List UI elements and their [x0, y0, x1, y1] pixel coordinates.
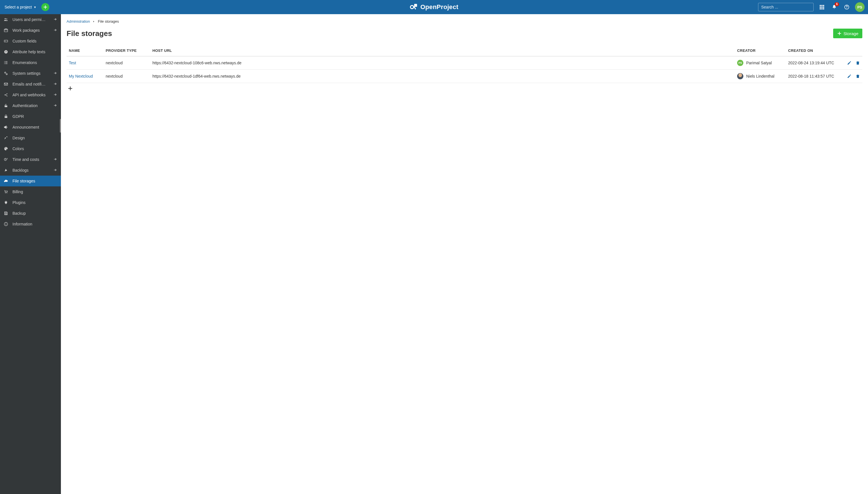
- caret-down-icon: ▼: [34, 6, 37, 9]
- edit-icon[interactable]: [847, 74, 852, 78]
- search-input[interactable]: [761, 5, 811, 10]
- breadcrumb-root-link[interactable]: Administration: [67, 19, 90, 23]
- arrow-right-icon: [54, 168, 57, 172]
- sidebar-item-label: Users and permi…: [13, 17, 50, 22]
- sidebar-item-label: Emails and notifi…: [13, 82, 50, 87]
- sidebar-item-save[interactable]: Backup: [0, 208, 61, 219]
- info-icon: [3, 222, 8, 226]
- breadcrumb-current: File storages: [98, 19, 119, 23]
- sidebar-item-users[interactable]: Users and permi…: [0, 14, 61, 25]
- grid-icon: [819, 4, 825, 10]
- sidebar-item-info[interactable]: Information: [0, 219, 61, 229]
- plus-icon: [43, 5, 48, 10]
- sidebar-item-plug[interactable]: Plugins: [0, 197, 61, 208]
- sidebar-item-mail[interactable]: Emails and notifi…: [0, 79, 61, 90]
- avatar-initials: PS: [857, 5, 862, 10]
- col-header-actions: [843, 45, 862, 56]
- design-icon: [3, 136, 8, 140]
- notifications-button[interactable]: 6: [830, 3, 838, 11]
- sidebar-item-lock[interactable]: GDPR: [0, 111, 61, 122]
- plus-icon: [837, 31, 842, 36]
- sidebar-item-cloud[interactable]: File storages: [0, 176, 61, 186]
- enum-icon: [3, 60, 8, 65]
- lockopen-icon: [3, 103, 8, 108]
- breadcrumb-separator-icon: [93, 19, 95, 23]
- sidebar-item-label: Enumerations: [13, 60, 50, 65]
- sidebar-item-api[interactable]: API and webhooks: [0, 90, 61, 100]
- col-header-provider[interactable]: PROVIDER TYPE: [103, 45, 150, 56]
- sidebar-item-label: Custom fields: [13, 39, 50, 43]
- cell-creator: PSParimal Satyal: [737, 60, 784, 66]
- cell-created: 2022-08-24 13:19:44 UTC: [786, 56, 843, 70]
- plus-icon: [68, 86, 73, 91]
- table-row: My Nextcloudnextcloudhttps://6432-nextcl…: [67, 70, 862, 83]
- sidebar-item-backlogs[interactable]: Backlogs: [0, 165, 61, 176]
- sidebar-item-announce[interactable]: Announcement: [0, 122, 61, 133]
- sidebar-item-label: Design: [13, 136, 50, 140]
- sidebar-item-label: Announcement: [13, 125, 50, 130]
- arrow-right-icon: [54, 157, 57, 162]
- sidebar-item-lockopen[interactable]: Authentication: [0, 100, 61, 111]
- add-storage-inline[interactable]: [67, 83, 862, 95]
- admin-sidebar: Users and permi…Work packagesCustom fiel…: [0, 14, 61, 494]
- sidebar-item-label: Authentication: [13, 103, 50, 108]
- arrow-right-icon: [54, 103, 57, 108]
- sidebar-item-custom[interactable]: Custom fields: [0, 36, 61, 46]
- project-selector[interactable]: Select a project ▼: [3, 5, 37, 10]
- sidebar-item-gears[interactable]: System settings: [0, 68, 61, 79]
- backlogs-icon: [3, 168, 8, 172]
- users-icon: [3, 17, 8, 22]
- user-menu-avatar[interactable]: PS: [855, 2, 865, 12]
- col-header-creator[interactable]: CREATOR: [735, 45, 786, 56]
- arrow-right-icon: [54, 82, 57, 87]
- sidebar-item-label: API and webhooks: [13, 93, 50, 97]
- sidebar-item-enum[interactable]: Enumerations: [0, 57, 61, 68]
- storage-name-link[interactable]: Test: [69, 61, 76, 65]
- sidebar-item-help[interactable]: Attribute help texts: [0, 46, 61, 57]
- cell-creator: Niels Lindenthal: [737, 73, 784, 79]
- storage-name-link[interactable]: My Nextcloud: [69, 74, 93, 78]
- breadcrumb: Administration File storages: [67, 19, 862, 23]
- sidebar-item-label: Colors: [13, 147, 50, 151]
- help-button[interactable]: [843, 3, 851, 11]
- app-logo[interactable]: OpenProject: [410, 3, 458, 11]
- main-content: Administration File storages File storag…: [61, 14, 868, 494]
- modules-menu-button[interactable]: [817, 3, 826, 11]
- cell-created: 2022-08-18 11:43:57 UTC: [786, 70, 843, 83]
- global-search[interactable]: [758, 3, 814, 11]
- openproject-logo-icon: [410, 3, 418, 11]
- help-circle-icon: [844, 4, 850, 10]
- app-logo-text: OpenProject: [420, 3, 458, 11]
- sidebar-item-label: Information: [13, 222, 50, 226]
- sidebar-item-label: Work packages: [13, 28, 50, 33]
- table-row: Testnextcloudhttps://6432-nextcloud-108c…: [67, 56, 862, 70]
- quick-add-button[interactable]: [41, 3, 49, 11]
- add-storage-button-label: Storage: [843, 31, 858, 36]
- arrow-right-icon: [54, 28, 57, 33]
- creator-name: Parimal Satyal: [746, 61, 772, 65]
- sidebar-item-workpkg[interactable]: Work packages: [0, 25, 61, 36]
- cell-host: https://6432-nextcloud-1df64-web.nws.net…: [150, 70, 735, 83]
- notification-badge: 6: [834, 2, 839, 6]
- add-storage-button[interactable]: Storage: [833, 28, 862, 38]
- delete-icon[interactable]: [855, 74, 860, 78]
- delete-icon[interactable]: [855, 61, 860, 65]
- cart-icon: [3, 190, 8, 194]
- col-header-created[interactable]: CREATED ON: [786, 45, 843, 56]
- sidebar-item-design[interactable]: Design: [0, 133, 61, 143]
- cloud-icon: [3, 179, 8, 183]
- sidebar-item-colors[interactable]: Colors: [0, 143, 61, 154]
- sidebar-item-label: Billing: [13, 190, 50, 194]
- col-header-host[interactable]: HOST URL: [150, 45, 735, 56]
- workpkg-icon: [3, 28, 8, 33]
- time-icon: [3, 157, 8, 162]
- gears-icon: [3, 71, 8, 76]
- topbar: Select a project ▼ OpenProject 6: [0, 0, 868, 14]
- storages-table: NAME PROVIDER TYPE HOST URL CREATOR CREA…: [67, 45, 862, 83]
- project-selector-label: Select a project: [4, 5, 32, 10]
- sidebar-item-time[interactable]: Time and costs: [0, 154, 61, 165]
- sidebar-item-cart[interactable]: Billing: [0, 186, 61, 197]
- custom-icon: [3, 39, 8, 43]
- edit-icon[interactable]: [847, 61, 852, 65]
- col-header-name[interactable]: NAME: [67, 45, 103, 56]
